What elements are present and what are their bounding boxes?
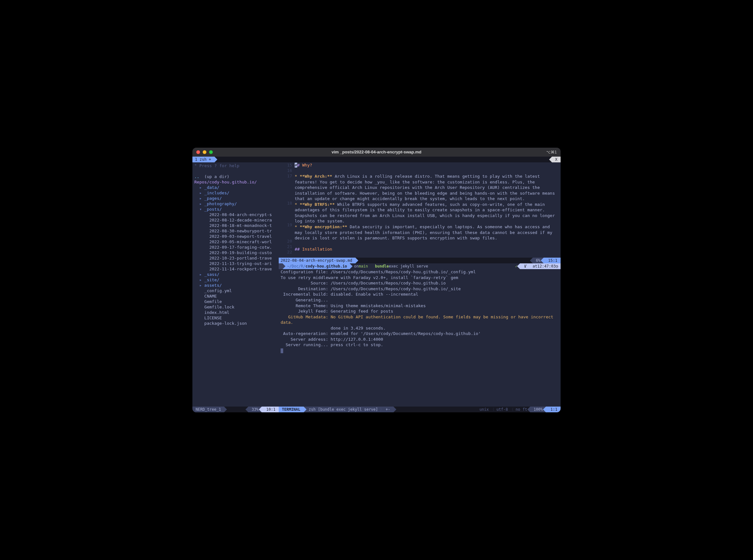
- status-mod: +-: [386, 407, 390, 412]
- terminal-pane[interactable]: Configuration file: /Users/cody/Document…: [279, 269, 561, 406]
- prompt-time-value: 12:47:03: [537, 264, 556, 269]
- nerdtree-folder[interactable]: ▸ _includes/: [194, 190, 277, 196]
- nerdtree-folder[interactable]: ▸ assets/: [194, 283, 277, 288]
- code-line[interactable]: ## Installation: [295, 246, 558, 252]
- status-title: zsh [bundle exec jekyll serve]〉+-: [304, 406, 393, 412]
- terminal-line: To use retry middleware with Faraday v2.…: [281, 275, 559, 281]
- nerdtree-file[interactable]: 2022-08-30-newburyport-tr: [194, 228, 277, 234]
- nerdtree-file[interactable]: 2022-11-14-rockport-trave: [194, 266, 277, 272]
- nerdtree-file[interactable]: LICENSE: [194, 315, 277, 321]
- editor-content[interactable]: ## Why? * **Why Arch:** Arch Linux is a …: [295, 162, 561, 258]
- prompt-branch: on main: [350, 263, 370, 269]
- nerdtree-pane[interactable]: " Press ? for help .. (up a dir)Repos/co…: [192, 162, 279, 406]
- code-line[interactable]: [295, 241, 558, 247]
- gutter-line: 21: [279, 244, 292, 249]
- prompt-cmd-first: bundle: [375, 264, 389, 269]
- nerdtree-file[interactable]: 2022-10-23-portland-trave: [194, 255, 277, 261]
- tmux-tabbar: 1 zsh + X: [192, 157, 561, 162]
- gutter-wrap: [279, 189, 292, 195]
- terminal-line: GitHub Metadata: No GitHub API authentic…: [281, 314, 559, 325]
- buffer-tab[interactable]: 2022-08-04-arch-encrypt-swap.md: [279, 258, 355, 263]
- editor-pane[interactable]: 151617 18 19 202122 ## Why? * **Why Arch…: [279, 162, 561, 263]
- terminal-line: Generating...: [281, 297, 559, 303]
- terminal-line: Jekyll Feed: Generating feed for posts: [281, 308, 559, 314]
- code-line[interactable]: * **Why BTRFS:** While BTRFS supports ma…: [295, 202, 558, 224]
- nerdtree-root[interactable]: Repos/cody-hou.github.io/: [194, 179, 277, 185]
- nerdtree-up[interactable]: .. (up a dir): [194, 174, 277, 179]
- terminal-window: vim _posts/2022-08-04-arch-encrypt-swap.…: [192, 148, 561, 412]
- editor-gutter: 151617 18 19 202122: [279, 162, 295, 258]
- status-pos: 1:1: [546, 406, 561, 412]
- tmux-close-button[interactable]: X: [552, 157, 561, 162]
- nerdtree-folder[interactable]: ▸ _photography/: [194, 201, 277, 206]
- terminal-line: Incremental build: disabled. Enable with…: [281, 292, 559, 297]
- status-right: TERMINAL zsh [bundle exec jekyll serve]〉…: [279, 406, 561, 412]
- terminal-line: Server address: http://127.0.0.1:4000: [281, 337, 559, 342]
- nerdtree-file[interactable]: 2022-08-12-decade-minecra: [194, 217, 277, 223]
- code-line[interactable]: [295, 252, 558, 258]
- tmux-tab-1[interactable]: 1 zsh +: [192, 157, 215, 162]
- status-fileinfo: unix〈utf-8〈no ft: [393, 406, 530, 412]
- terminal-line: Server running... press ctrl-c to stop.: [281, 342, 559, 348]
- nerdtree-file[interactable]: index.html: [194, 310, 277, 315]
- code-line[interactable]: * **Why Arch:** Arch Linux is a rolling …: [295, 174, 558, 202]
- nerdtree-file[interactable]: 2022-09-19-building-custo: [194, 250, 277, 255]
- code-line[interactable]: * **Why encryption:** Data security is i…: [295, 224, 558, 241]
- status-title-text: zsh [bundle exec jekyll serve]: [309, 407, 378, 412]
- nerdtree-file[interactable]: 2022-11-13-trying-out-ari: [194, 261, 277, 266]
- gutter-line: 19: [279, 222, 292, 227]
- prompt-branch-name: main: [359, 264, 368, 269]
- pane-split: " Press ? for help .. (up a dir)Repos/co…: [192, 162, 561, 406]
- terminal-line: Configuration file: /Users/cody/Document…: [281, 269, 559, 275]
- status-mode: TERMINAL: [279, 406, 304, 412]
- terminal-line: Source: /Users/cody/Documents/Repos/cody…: [281, 280, 559, 286]
- nerdtree-folder[interactable]: ▸ _sass/: [194, 272, 277, 277]
- editor-bufferline: 2022-08-04-arch-encrypt-swap.md 6% 15:1: [279, 258, 561, 263]
- gutter-line: 17: [279, 173, 292, 179]
- nerdtree-file[interactable]: package-lock.json: [194, 321, 277, 326]
- titlebar: vim _posts/2022-08-04-arch-encrypt-swap.…: [192, 148, 561, 157]
- nerdtree-file[interactable]: _config.yml: [194, 288, 277, 294]
- clock-icon: ◷: [556, 264, 558, 269]
- nerdtree-folder-open[interactable]: ▾ _posts/: [194, 206, 277, 212]
- prompt-path-dim: ~/Doc/R/: [287, 264, 306, 269]
- nerdtree-folder[interactable]: ▸ _pages/: [194, 196, 277, 201]
- terminal-line: Remote Theme: Using theme mmistakes/mini…: [281, 303, 559, 309]
- code-line[interactable]: [295, 168, 558, 174]
- nerdtree-file[interactable]: 2022-08-18-mt-monadnock-t: [194, 223, 277, 228]
- status-enc2: utf-8: [496, 407, 508, 412]
- buffer-pos: 15:1: [544, 258, 561, 263]
- terminal-line: done in 3.429 seconds.: [281, 325, 559, 331]
- nerdtree-file[interactable]: 2022-09-17-foraging-cotw.: [194, 244, 277, 250]
- statusbars: NERD_tree_1 33% 10:1 TERMINAL zsh [bundl…: [192, 406, 561, 412]
- nerdtree-folder[interactable]: ▸ _site/: [194, 277, 277, 283]
- gutter-line: 18: [279, 200, 292, 206]
- status-left-name: NERD_tree_1: [192, 406, 224, 412]
- cursor-icon: [281, 348, 283, 353]
- gutter-line: 15: [279, 162, 292, 168]
- nerdtree-file[interactable]: 2022-08-04-arch-encrypt-s: [194, 212, 277, 217]
- gutter-line: 16: [279, 168, 292, 173]
- terminal-cursor-line: [281, 348, 559, 354]
- gutter-line: 20: [279, 238, 292, 244]
- gutter-wrap: [279, 179, 292, 184]
- status-ft: no ft: [515, 407, 527, 412]
- status-left: NERD_tree_1 33% 10:1: [192, 406, 279, 412]
- nerdtree-folder[interactable]: ▸ _data/: [194, 185, 277, 190]
- prompt-cmd-rest: exec jekyll serve: [389, 264, 428, 269]
- nerdtree-file[interactable]: Gemfile.lock: [194, 304, 277, 310]
- terminal-line: Auto-regeneration: enabled for '/Users/c…: [281, 331, 559, 337]
- code-line[interactable]: ## Why?: [295, 162, 558, 168]
- nerdtree-file[interactable]: CNAME: [194, 294, 277, 299]
- gutter-wrap: [279, 211, 292, 217]
- gutter-wrap: [279, 184, 292, 189]
- prompt-time: at 12:47:03 ◷: [528, 263, 561, 269]
- nerdtree-file[interactable]: Gemfile: [194, 299, 277, 304]
- prompt-at: at: [533, 264, 537, 269]
- prompt-command: bundle exec jekyll serve: [370, 263, 430, 269]
- prompt-host-icon: [279, 263, 283, 269]
- nerdtree-file[interactable]: 2022-09-03-newport-travel: [194, 234, 277, 239]
- nerdtree-file[interactable]: 2022-09-05-minecraft-worl: [194, 239, 277, 244]
- window-title: vim _posts/2022-08-04-arch-encrypt-swap.…: [192, 149, 561, 155]
- status-enc: unix: [480, 407, 489, 412]
